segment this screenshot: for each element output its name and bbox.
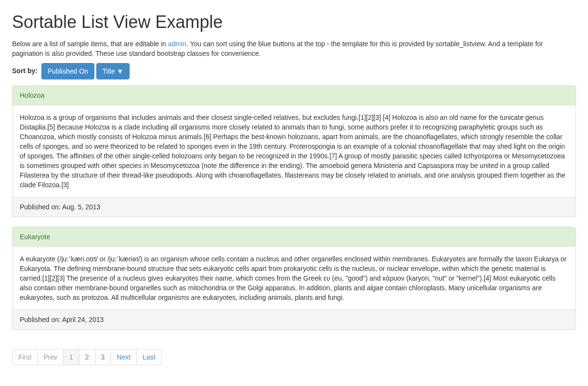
- list-item-title-link[interactable]: Eukaryote: [20, 233, 50, 241]
- pagination-page-2[interactable]: 2: [79, 349, 95, 365]
- sort-published-on-button[interactable]: Published On: [41, 63, 94, 79]
- pagination-page-3[interactable]: 3: [95, 349, 111, 365]
- list-item: Holozoa Holozoa is a group of organisms …: [12, 85, 576, 217]
- intro-text-before: Below are a list of sample items, that a…: [12, 40, 168, 48]
- pagination-first: First: [12, 349, 38, 365]
- list-item-heading: Holozoa: [13, 86, 575, 105]
- list-item-published: Published on: Aug. 5, 2013: [13, 197, 575, 217]
- list-item-heading: Eukaryote: [13, 227, 575, 247]
- pagination: First Prev 1 2 3 Next Last: [12, 349, 162, 365]
- intro-paragraph: Below are a list of sample items, that a…: [12, 39, 576, 58]
- list-item-title-link[interactable]: Holozoa: [20, 91, 44, 99]
- list-item: Eukaryote A eukaryote (/juːˈkæri.oʊt/ or…: [12, 227, 576, 330]
- list-item-body: A eukaryote (/juːˈkæri.oʊt/ or /juːˈkæri…: [13, 247, 575, 309]
- page-title: Sortable List View Example: [12, 10, 576, 34]
- sort-title-button[interactable]: Title ▼: [96, 63, 130, 79]
- list-item-published: Published on: April 24, 2013: [13, 309, 575, 329]
- sort-by-label: Sort by:: [12, 67, 38, 75]
- pagination-last[interactable]: Last: [136, 349, 161, 365]
- list-item-body: Holozoa is a group of organisms that inc…: [13, 105, 575, 197]
- admin-link[interactable]: admin: [168, 40, 186, 48]
- pagination-page-1: 1: [63, 349, 79, 365]
- sort-controls: Sort by: Published On Title ▼: [12, 63, 576, 79]
- pagination-next[interactable]: Next: [110, 349, 137, 365]
- pagination-prev: Prev: [37, 349, 64, 365]
